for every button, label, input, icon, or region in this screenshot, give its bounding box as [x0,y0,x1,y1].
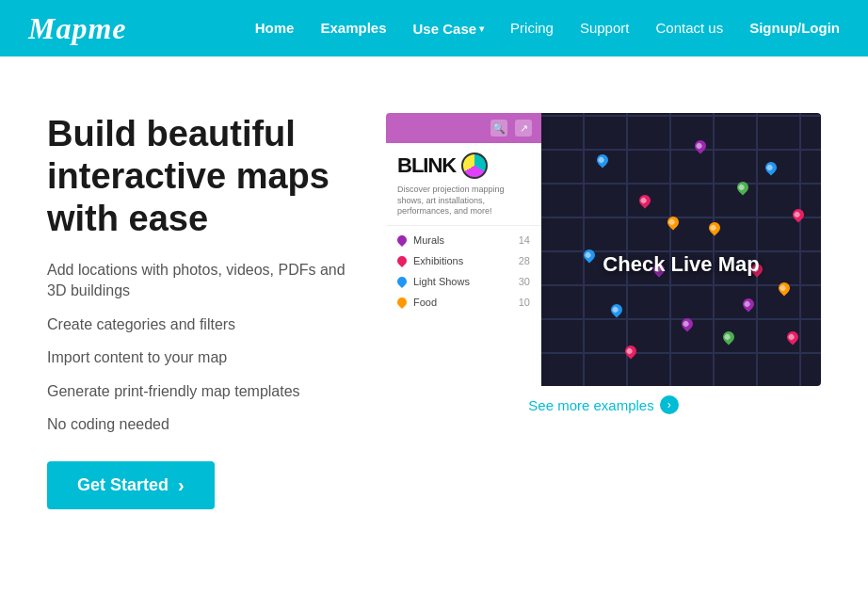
blink-subtitle: Discover projection mapping shows, art i… [386,185,541,225]
map-pin [595,152,611,168]
pin-icon [395,233,409,247]
feature-item: No coding needed [47,414,348,435]
see-more-label: See more examples [528,397,653,413]
feature-item: Generate print-friendly map templates [47,381,348,402]
map-pin [740,297,756,313]
category-label: Light Shows [413,276,512,287]
map-pin [763,160,779,176]
blink-logo-area: BLINK [386,143,541,185]
arrow-icon: › [660,395,679,414]
category-lightshows[interactable]: Light Shows 30 [386,271,541,292]
nav-examples[interactable]: Examples [320,20,386,36]
map-demo[interactable]: 🔍 ↗ BLINK Discover projection mapping sh… [386,113,821,386]
nav-use-case[interactable]: Use Case ▾ [413,21,485,37]
map-pin [581,248,597,264]
map-pin [609,302,625,318]
map-pin [791,206,807,222]
get-started-button[interactable]: Get Started › [47,461,215,509]
category-exhibitions[interactable]: Exhibitions 28 [386,250,541,271]
map-pin [734,179,750,195]
search-icon[interactable]: 🔍 [490,120,507,137]
nav-contact[interactable]: Contact us [655,20,723,36]
hero-features-list: Add locations with photos, videos, PDFs … [47,260,348,435]
category-label: Food [413,297,512,308]
category-food[interactable]: Food 10 [386,292,541,313]
feature-item: Import content to your map [47,347,348,368]
see-more-link[interactable]: See more examples › [528,395,678,414]
map-pin [785,330,801,346]
category-murals[interactable]: Murals 14 [386,230,541,250]
category-count: 14 [519,234,530,246]
arrow-icon: › [178,474,185,496]
category-label: Murals [413,234,512,246]
see-more-section: See more examples › [386,395,821,414]
category-count: 30 [519,276,530,287]
map-pin [636,193,652,209]
pin-icon [395,254,409,267]
hero-visual-column: 🔍 ↗ BLINK Discover projection mapping sh… [386,113,821,414]
share-icon[interactable]: ↗ [515,120,532,137]
map-pin [721,330,737,346]
hero-section: Build beautiful interactive maps with ea… [0,56,868,547]
nav-links: Home Examples Use Case ▾ Pricing Support… [255,20,840,37]
main-nav: Mapme Home Examples Use Case ▾ Pricing S… [0,0,868,56]
chevron-down-icon: ▾ [479,24,484,34]
divider [386,225,541,226]
blink-logo-text: BLINK [397,153,456,178]
hero-text-column: Build beautiful interactive maps with ea… [47,113,348,509]
site-logo[interactable]: Mapme [28,11,127,46]
feature-item: Create categories and filters [47,314,348,335]
map-pin [777,280,793,296]
nav-pricing[interactable]: Pricing [510,20,554,36]
map-pin [665,215,681,231]
nav-support[interactable]: Support [580,20,630,36]
map-pin [693,138,709,154]
nav-signup[interactable]: Signup/Login [749,20,840,36]
nav-home[interactable]: Home [255,20,295,36]
map-pin [623,343,639,359]
category-count: 28 [519,255,530,266]
blink-logo-icon [461,153,488,179]
map-background: Check Live Map [541,113,821,386]
map-pin [707,220,723,236]
blink-sidebar: 🔍 ↗ BLINK Discover projection mapping sh… [386,113,541,386]
blink-topbar: 🔍 ↗ [386,113,541,143]
category-count: 10 [519,297,530,308]
pin-icon [395,296,409,309]
pin-icon [395,275,409,288]
hero-title: Build beautiful interactive maps with ea… [47,113,348,239]
feature-item: Add locations with photos, videos, PDFs … [47,260,348,300]
map-pin [679,315,695,331]
map-overlay-label: Check Live Map [603,252,759,277]
category-label: Exhibitions [413,255,512,266]
